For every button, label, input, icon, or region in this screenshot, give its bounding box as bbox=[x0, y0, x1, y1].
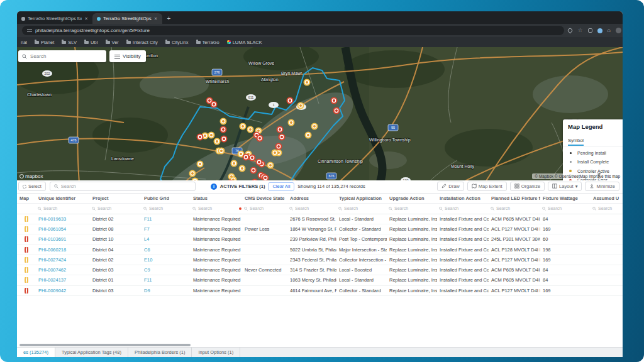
bookmark-item-4[interactable]: Ver bbox=[106, 40, 119, 45]
map-marker-cell[interactable] bbox=[17, 236, 36, 242]
column-header-fixture-wattage[interactable]: Fixture Wattage bbox=[540, 194, 591, 203]
map-marker-cell[interactable] bbox=[17, 247, 36, 253]
marker-controller-error[interactable] bbox=[289, 99, 291, 102]
satellite-map[interactable]: 2764769576676295161113307313020238 East … bbox=[17, 47, 623, 180]
organize-button[interactable]: Organize bbox=[510, 182, 545, 191]
column-header-cms-device-state[interactable]: CMS Device State bbox=[242, 194, 287, 203]
table-row[interactable]: PHI-0027424District 02E10Maintenance Req… bbox=[17, 255, 623, 265]
column-header-planned-led-fixture-for-install[interactable]: Planned LED Fixture for Install bbox=[489, 194, 540, 203]
column-filter-1[interactable]: Search bbox=[36, 204, 90, 214]
url-pill[interactable]: philadelphia.terragostreetlightops.com/g… bbox=[22, 26, 564, 35]
browser-tab-1[interactable]: TerraGo StreetlightOps✕ bbox=[92, 13, 162, 24]
map-marker-cell[interactable] bbox=[17, 288, 36, 293]
bookmark-item-5[interactable]: Interact City bbox=[126, 40, 158, 45]
marker-controller-error[interactable] bbox=[199, 136, 201, 138]
column-filter-2[interactable]: Search bbox=[90, 204, 142, 214]
bookmark-item-1[interactable]: Planet bbox=[35, 40, 54, 45]
minimize-button[interactable]: Minimize bbox=[585, 182, 619, 191]
bookmark-item-8[interactable]: LUMA SLACK bbox=[227, 40, 262, 45]
marker-controller-active[interactable] bbox=[313, 125, 316, 128]
map-marker-cell[interactable] bbox=[17, 257, 36, 263]
marker-controller-error[interactable] bbox=[277, 145, 280, 148]
column-filter-7[interactable]: Search bbox=[336, 204, 387, 214]
column-header-assumed-u[interactable]: Assumed U bbox=[591, 194, 623, 203]
marker-controller-active[interactable] bbox=[274, 151, 276, 154]
tab-close-icon[interactable]: ✕ bbox=[154, 16, 158, 21]
map-attribution[interactable]: © Mapbox © OpenStreetMap Improve this ma… bbox=[532, 173, 623, 179]
table-row[interactable]: PHI-0024137District 01F11Maintenance Req… bbox=[17, 275, 623, 285]
marker-controller-active[interactable] bbox=[242, 125, 244, 128]
map-marker-cell[interactable] bbox=[17, 277, 36, 283]
table-search-input[interactable]: Search bbox=[50, 182, 196, 191]
map-marker-cell[interactable] bbox=[17, 267, 36, 273]
column-filter-3[interactable]: Search bbox=[142, 204, 191, 214]
column-search-placeholder[interactable]: Search bbox=[250, 206, 284, 211]
column-search-placeholder[interactable]: Search bbox=[43, 206, 86, 211]
bottom-tab-1[interactable]: Typical Application Tags (48) bbox=[55, 348, 128, 357]
marker-controller-active[interactable] bbox=[249, 128, 252, 131]
marker-controller-error[interactable] bbox=[280, 136, 283, 138]
marker-controller-active[interactable] bbox=[299, 104, 302, 107]
marker-controller-error[interactable] bbox=[223, 138, 225, 140]
column-filter-5[interactable]: Search bbox=[242, 204, 287, 214]
column-filter-9[interactable]: Search bbox=[437, 204, 489, 214]
column-header-upgrade-action[interactable]: Upgrade Action bbox=[387, 194, 437, 203]
column-header-typical-application[interactable]: Typical Application bbox=[336, 194, 387, 203]
clear-all-button[interactable]: Clear All bbox=[268, 182, 294, 191]
marker-controller-error[interactable] bbox=[208, 99, 211, 102]
cell-id[interactable]: PHI-0007462 bbox=[36, 267, 90, 273]
tab-close-icon[interactable]: ✕ bbox=[84, 16, 88, 21]
marker-controller-active[interactable] bbox=[306, 81, 308, 84]
column-header-public-grid[interactable]: Public Grid bbox=[142, 194, 191, 203]
column-search-placeholder[interactable]: Search bbox=[394, 206, 433, 211]
marker-controller-active[interactable] bbox=[307, 134, 309, 136]
bookmark-item-3[interactable]: UbI bbox=[84, 40, 98, 45]
bookmark-item-7[interactable]: TerraGo bbox=[196, 40, 219, 45]
marker-controller-active[interactable] bbox=[191, 172, 194, 175]
bookmark-item-2[interactable]: SLV bbox=[62, 40, 77, 45]
table-row[interactable]: PHI-0019633District 02F11Maintenance Req… bbox=[17, 214, 623, 224]
marker-controller-active[interactable] bbox=[290, 121, 292, 124]
marker-controller-active[interactable] bbox=[269, 164, 272, 167]
marker-controller-error[interactable] bbox=[279, 128, 281, 131]
column-search-placeholder[interactable]: Search bbox=[496, 206, 536, 211]
url-text[interactable]: philadelphia.terragostreetlightops.com/g… bbox=[35, 28, 150, 33]
bottom-tab-0[interactable]: es (135274) bbox=[17, 348, 55, 357]
map-canvas[interactable]: 2764769576676295161113307313020238 East … bbox=[17, 47, 623, 180]
extension-building-icon[interactable]: ⌂ bbox=[608, 28, 611, 33]
horizontal-scrollbar[interactable] bbox=[19, 344, 191, 346]
legend-tab-symbol[interactable]: Symbol bbox=[568, 138, 584, 146]
column-filter-8[interactable]: Search bbox=[387, 204, 437, 214]
map-search-input[interactable]: Search bbox=[18, 50, 106, 62]
column-header-installation-action[interactable]: Installation Action bbox=[437, 194, 489, 203]
column-header-address[interactable]: Address bbox=[287, 194, 336, 203]
map-extent-button[interactable]: Map Extent bbox=[467, 182, 507, 191]
table-row[interactable]: PHI-0103691District 10L4Maintenance Requ… bbox=[17, 234, 623, 244]
marker-controller-error[interactable] bbox=[333, 99, 335, 102]
table-row[interactable]: PHI-0061054District 08F7Maintenance Requ… bbox=[17, 224, 623, 234]
cell-id[interactable]: PHI-0009042 bbox=[36, 288, 90, 293]
cell-id[interactable]: PHI-0061054 bbox=[36, 226, 90, 232]
new-tab-button[interactable]: + bbox=[167, 15, 171, 22]
marker-controller-error[interactable] bbox=[222, 128, 225, 131]
marker-controller-error[interactable] bbox=[258, 137, 261, 140]
column-search-placeholder[interactable]: Search bbox=[149, 206, 187, 211]
column-search-placeholder[interactable]: Search bbox=[445, 206, 485, 211]
cell-id[interactable]: PHI-0024137 bbox=[36, 277, 90, 283]
marker-controller-active[interactable] bbox=[199, 163, 201, 165]
location-pin-icon[interactable] bbox=[567, 28, 574, 34]
column-filter-11[interactable]: Search bbox=[540, 204, 591, 214]
table-row[interactable]: PHI-0060218District 04C6Maintenance Requ… bbox=[17, 244, 623, 255]
marker-controller-error[interactable] bbox=[213, 103, 215, 106]
select-button[interactable]: Select bbox=[18, 182, 46, 191]
column-filter-0[interactable] bbox=[17, 204, 36, 214]
column-header-unique-identifier[interactable]: Unique Identifier bbox=[36, 194, 90, 203]
column-filter-10[interactable]: Search bbox=[489, 204, 540, 214]
marker-controller-active[interactable] bbox=[222, 120, 225, 123]
marker-controller-active[interactable] bbox=[241, 167, 243, 170]
marker-controller-error[interactable] bbox=[335, 109, 338, 112]
marker-controller-active[interactable] bbox=[216, 140, 218, 143]
marker-controller-active[interactable] bbox=[233, 162, 235, 165]
cell-id[interactable]: PHI-0019633 bbox=[36, 216, 90, 222]
column-search-placeholder[interactable]: Search bbox=[344, 206, 383, 211]
